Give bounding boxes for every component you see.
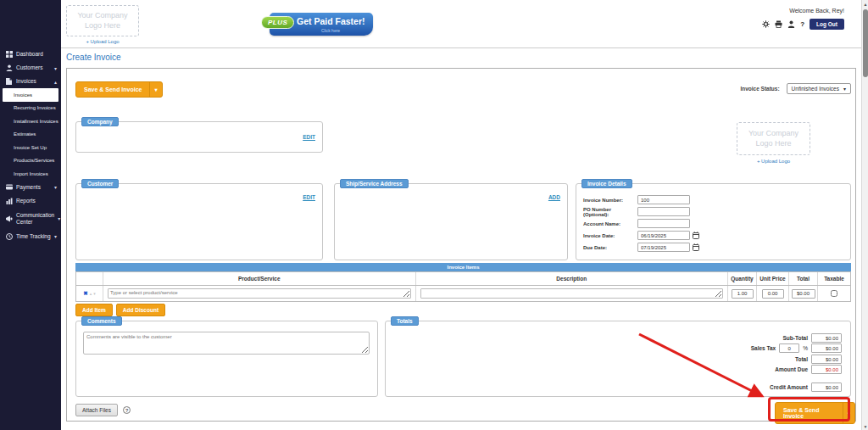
sales-tax-input[interactable] <box>811 343 842 353</box>
sidebar-item-customers[interactable]: Customers ▾ <box>0 61 61 75</box>
chevron-down-icon[interactable]: ▾ <box>843 403 854 423</box>
logo-placeholder-line2: Logo Here <box>85 21 120 31</box>
submenu-item-estimates[interactable]: Estimates <box>0 128 61 142</box>
submenu-item-invoice-set-up[interactable]: Invoice Set Up <box>0 141 61 154</box>
taxable-cell <box>818 286 850 301</box>
sidebar-item-reports[interactable]: Reports <box>0 194 61 208</box>
invoice-status-select[interactable]: Unfinished Invoices ▾ <box>787 83 851 94</box>
company-edit-link[interactable]: EDIT <box>303 134 315 140</box>
sidebar-item-payments[interactable]: Payments ▾ <box>0 181 61 194</box>
col-quantity: Quantity <box>728 272 757 285</box>
customer-legend: Customer <box>81 179 119 188</box>
gear-icon[interactable] <box>762 20 770 28</box>
submenu-item-recurring-invoices[interactable]: Recurring Invoices <box>0 102 61 115</box>
product-service-input[interactable] <box>108 288 411 299</box>
chevron-down-icon[interactable]: ▾ <box>149 82 161 97</box>
chevron-down-icon: ▾ <box>54 233 57 239</box>
dashboard-icon <box>6 51 13 58</box>
sidebar-item-communication-center[interactable]: Communication Center ▾ <box>0 208 61 230</box>
invoice-date-input[interactable] <box>637 231 690 240</box>
calendar-icon[interactable] <box>693 232 699 239</box>
sales-tax-rate-input[interactable] <box>779 343 799 353</box>
attach-files-button[interactable]: Attach Files <box>75 404 118 416</box>
sidebar-item-label: Invoices <box>16 78 51 84</box>
move-row-up-icon[interactable]: ▴ <box>90 291 92 296</box>
vertical-scrollbar[interactable]: ▲ ▼ <box>861 0 868 430</box>
save-send-invoice-button-bottom[interactable]: Save & Send Invoice ▾ <box>775 402 855 424</box>
sales-tax-row: Sales Tax % <box>751 343 842 353</box>
totals-legend: Totals <box>391 316 419 326</box>
delete-row-icon[interactable]: ✖ <box>83 290 87 297</box>
line-total-input[interactable] <box>792 289 815 299</box>
app-window: Dashboard Customers ▾ Invoices ▴ Invoice… <box>0 0 868 430</box>
account-name-input[interactable] <box>637 219 690 228</box>
scrollbar-thumb[interactable] <box>863 9 868 77</box>
submenu-item-import-invoices[interactable]: Import Invoices <box>0 167 61 181</box>
amount-due-label: Amount Due <box>775 366 808 372</box>
percent-sign: % <box>803 345 808 351</box>
add-item-button[interactable]: Add Item <box>75 304 113 316</box>
total-label: Total <box>795 356 808 362</box>
payments-icon <box>6 184 13 191</box>
top-header: Your Company Logo Here + Upload Logo PLU… <box>61 0 861 48</box>
sidebar-item-label: Time Tracking <box>16 233 51 239</box>
due-date-label: Due Date: <box>583 245 637 250</box>
quantity-input[interactable] <box>732 289 754 299</box>
user-icon[interactable] <box>787 20 795 28</box>
sidebar-item-label: Reports <box>16 198 53 204</box>
move-row-down-icon[interactable]: ▾ <box>93 291 96 296</box>
unit-price-input[interactable] <box>762 289 784 299</box>
scroll-up-icon[interactable]: ▲ <box>862 0 868 8</box>
save-send-invoice-button-top[interactable]: Save & Send Invoice ▾ <box>75 81 163 98</box>
welcome-text: Welcome Back, Rey! <box>789 8 844 14</box>
due-date-input[interactable] <box>637 243 690 252</box>
ship-legend: Ship/Service Address <box>340 179 409 188</box>
submenu-item-installment-invoices[interactable]: Installment Invoices <box>0 114 61 128</box>
po-number-row: PO Number (Optional): <box>583 207 690 216</box>
description-input[interactable] <box>420 288 724 299</box>
chevron-up-icon: ▴ <box>54 79 57 85</box>
invoice-date-row: Invoice Date: <box>583 231 699 240</box>
add-discount-button[interactable]: Add Discount <box>116 304 165 316</box>
scroll-down-icon[interactable]: ▼ <box>862 422 868 430</box>
calendar-icon[interactable] <box>693 243 699 251</box>
submenu-item-products-services[interactable]: Products/Services <box>0 154 61 168</box>
submenu-item-invoices[interactable]: Invoices <box>3 88 58 102</box>
po-number-input[interactable] <box>637 207 690 216</box>
invoice-number-label: Invoice Number: <box>583 198 637 203</box>
customers-icon <box>6 64 13 71</box>
help-icon[interactable]: ? <box>800 20 804 28</box>
header-actions: ? Log Out <box>762 19 844 30</box>
company-section: Company EDIT <box>75 121 323 153</box>
chevron-down-icon: ▾ <box>843 86 846 92</box>
logo-placeholder-line1: Your Company <box>77 11 127 20</box>
sidebar-item-label: Payments <box>16 184 51 190</box>
credit-amount-row: Credit Amount <box>770 383 842 392</box>
comments-input[interactable] <box>83 332 370 355</box>
sidebar-item-dashboard[interactable]: Dashboard <box>0 47 61 61</box>
quantity-cell <box>728 286 757 301</box>
subtotal-input[interactable] <box>811 333 842 343</box>
get-paid-faster-banner[interactable]: PLUS Get Paid Faster! Click here <box>270 13 373 36</box>
item-actions: Add Item Add Discount <box>75 304 165 316</box>
comments-legend: Comments <box>81 316 122 326</box>
taxable-checkbox[interactable] <box>831 290 837 297</box>
upload-logo-link[interactable]: + Upload Logo <box>66 39 139 44</box>
upload-logo-link-invoice[interactable]: + Upload Logo <box>737 159 810 164</box>
attach-help-icon[interactable]: ? <box>123 406 131 414</box>
ship-add-link[interactable]: ADD <box>548 194 560 200</box>
chevron-down-icon: ▾ <box>54 184 57 190</box>
banner-click-here: Click here <box>297 28 364 33</box>
credit-amount-input[interactable] <box>811 383 842 392</box>
printer-icon[interactable] <box>775 20 782 28</box>
total-input[interactable] <box>811 355 842 364</box>
invoice-number-row: Invoice Number: <box>583 195 690 204</box>
logout-button[interactable]: Log Out <box>810 19 844 30</box>
sidebar-item-time-tracking[interactable]: Time Tracking ▾ <box>0 230 61 243</box>
invoice-number-input[interactable] <box>637 195 690 204</box>
time-tracking-icon <box>6 233 13 240</box>
invoice-logo-placeholder: Your Company Logo Here <box>737 122 810 155</box>
sidebar-item-invoices[interactable]: Invoices ▴ <box>0 75 61 88</box>
chevron-down-icon: ▾ <box>54 65 57 71</box>
customer-edit-link[interactable]: EDIT <box>303 194 315 200</box>
